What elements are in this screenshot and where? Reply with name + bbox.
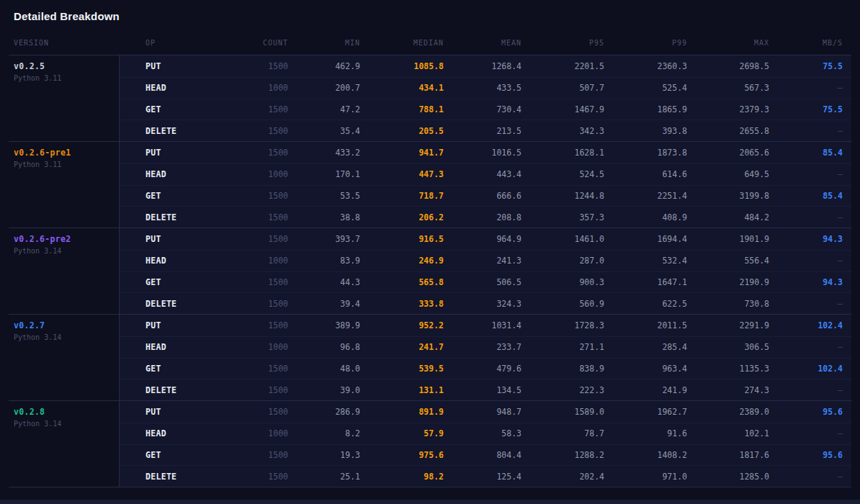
p99-cell: 285.4 bbox=[613, 342, 696, 352]
mean-cell: 125.4 bbox=[452, 472, 530, 482]
min-cell: 8.2 bbox=[297, 428, 369, 438]
min-cell: 53.5 bbox=[297, 191, 369, 201]
count-cell: 1500 bbox=[228, 191, 297, 201]
count-cell: 1500 bbox=[228, 61, 297, 71]
count-cell: 1000 bbox=[228, 169, 297, 179]
op-cell: PUT bbox=[120, 320, 228, 330]
mean-cell: 964.9 bbox=[452, 234, 530, 244]
count-cell: 1500 bbox=[228, 320, 297, 330]
table-row: PUT 1500 433.2 941.7 1016.5 1628.1 1873.… bbox=[120, 142, 851, 163]
mean-cell: 479.6 bbox=[452, 364, 530, 374]
median-cell: 131.1 bbox=[369, 385, 452, 395]
table-row: GET 1500 48.0 539.5 479.6 838.9 963.4 11… bbox=[120, 358, 851, 379]
p95-cell: 900.3 bbox=[530, 277, 613, 287]
op-cell: GET bbox=[120, 191, 228, 201]
mbs-cell: – bbox=[778, 385, 851, 395]
op-cell: DELETE bbox=[120, 212, 228, 222]
mbs-cell: 94.3 bbox=[778, 234, 851, 244]
table-row: PUT 1500 286.9 891.9 948.7 1589.0 1962.7… bbox=[120, 401, 851, 423]
p95-cell: 1288.2 bbox=[530, 450, 613, 460]
p95-cell: 287.0 bbox=[530, 256, 613, 266]
count-cell: 1500 bbox=[228, 385, 297, 395]
mbs-cell: – bbox=[778, 428, 851, 438]
version-cell: v0.2.6-pre2 Python 3.14 bbox=[9, 228, 120, 314]
table-row: DELETE 1500 25.1 98.2 125.4 202.4 971.0 … bbox=[120, 465, 851, 487]
p95-cell: 271.1 bbox=[530, 342, 613, 352]
column-header-min: MIN bbox=[297, 39, 369, 47]
median-cell: 57.9 bbox=[369, 428, 452, 438]
mbs-cell: – bbox=[778, 169, 851, 179]
p99-cell: 1647.1 bbox=[613, 277, 696, 287]
median-cell: 205.5 bbox=[369, 126, 452, 136]
min-cell: 35.4 bbox=[297, 126, 369, 136]
min-cell: 462.9 bbox=[297, 61, 369, 71]
max-cell: 649.5 bbox=[696, 169, 778, 179]
count-cell: 1000 bbox=[228, 83, 297, 93]
mean-cell: 241.3 bbox=[452, 256, 530, 266]
max-cell: 2379.3 bbox=[696, 104, 778, 114]
version-label: v0.2.7 bbox=[14, 320, 119, 331]
table-row: HEAD 1000 170.1 447.3 443.4 524.5 614.6 … bbox=[120, 163, 851, 185]
column-header-mean: MEAN bbox=[452, 39, 530, 47]
column-header-op: OP bbox=[120, 39, 228, 47]
mbs-cell: – bbox=[778, 299, 851, 309]
table-body: v0.2.5 Python 3.11 PUT 1500 462.9 1085.8… bbox=[9, 55, 851, 487]
mean-cell: 730.4 bbox=[452, 104, 530, 114]
table-row: GET 1500 44.3 565.8 506.5 900.3 1647.1 2… bbox=[120, 271, 851, 293]
mbs-cell: – bbox=[778, 126, 851, 136]
op-cell: HEAD bbox=[120, 342, 228, 352]
count-cell: 1500 bbox=[228, 104, 297, 114]
mean-cell: 324.3 bbox=[452, 299, 530, 309]
min-cell: 39.0 bbox=[297, 385, 369, 395]
median-cell: 718.7 bbox=[369, 191, 452, 201]
version-group: v0.2.8 Python 3.14 PUT 1500 286.9 891.9 … bbox=[9, 400, 851, 487]
max-cell: 2065.6 bbox=[696, 148, 778, 158]
p95-cell: 1461.0 bbox=[530, 234, 613, 244]
p99-cell: 1694.4 bbox=[613, 234, 696, 244]
mean-cell: 208.8 bbox=[452, 212, 530, 222]
min-cell: 83.9 bbox=[297, 256, 369, 266]
max-cell: 2655.8 bbox=[696, 126, 778, 136]
table-header-row: VERSION OP COUNT MIN MEDIAN MEAN P95 P99… bbox=[9, 24, 851, 55]
table-row: DELETE 1500 39.4 333.8 324.3 560.9 622.5… bbox=[120, 292, 851, 314]
mbs-cell: 102.4 bbox=[778, 364, 851, 374]
median-cell: 333.8 bbox=[369, 299, 452, 309]
version-label: v0.2.5 bbox=[14, 61, 119, 72]
p95-cell: 507.7 bbox=[530, 83, 613, 93]
detailed-breakdown-panel: Detailed Breakdown VERSION OP COUNT MIN … bbox=[0, 0, 860, 487]
p99-cell: 2360.3 bbox=[613, 61, 696, 71]
max-cell: 556.4 bbox=[696, 256, 778, 266]
p99-cell: 963.4 bbox=[613, 364, 696, 374]
mean-cell: 1268.4 bbox=[452, 61, 530, 71]
table-row: HEAD 1000 8.2 57.9 58.3 78.7 91.6 102.1 … bbox=[120, 423, 851, 444]
op-cell: GET bbox=[120, 104, 228, 114]
p99-cell: 408.9 bbox=[613, 212, 696, 222]
mbs-cell: 75.5 bbox=[778, 104, 851, 114]
mean-cell: 948.7 bbox=[452, 407, 530, 417]
count-cell: 1500 bbox=[228, 277, 297, 287]
version-group: v0.2.5 Python 3.11 PUT 1500 462.9 1085.8… bbox=[9, 55, 851, 141]
min-cell: 286.9 bbox=[297, 407, 369, 417]
breakdown-table: VERSION OP COUNT MIN MEDIAN MEAN P95 P99… bbox=[9, 24, 851, 487]
p95-cell: 838.9 bbox=[530, 364, 613, 374]
p95-cell: 78.7 bbox=[530, 428, 613, 438]
mean-cell: 1016.5 bbox=[452, 148, 530, 158]
table-row: DELETE 1500 39.0 131.1 134.5 222.3 241.9… bbox=[120, 379, 851, 400]
min-cell: 19.3 bbox=[297, 450, 369, 460]
p95-cell: 1728.3 bbox=[530, 320, 613, 330]
version-group: v0.2.7 Python 3.14 PUT 1500 389.9 952.2 … bbox=[9, 314, 851, 400]
max-cell: 730.8 bbox=[696, 299, 778, 309]
mbs-cell: 85.4 bbox=[778, 191, 851, 201]
count-cell: 1500 bbox=[228, 450, 297, 460]
median-cell: 241.7 bbox=[369, 342, 452, 352]
mean-cell: 443.4 bbox=[452, 169, 530, 179]
min-cell: 96.8 bbox=[297, 342, 369, 352]
count-cell: 1500 bbox=[228, 126, 297, 136]
p95-cell: 357.3 bbox=[530, 212, 613, 222]
min-cell: 38.8 bbox=[297, 212, 369, 222]
column-header-version: VERSION bbox=[9, 39, 120, 47]
version-group: v0.2.6-pre2 Python 3.14 PUT 1500 393.7 9… bbox=[9, 228, 851, 314]
runtime-label: Python 3.14 bbox=[14, 333, 119, 341]
median-cell: 434.1 bbox=[369, 83, 452, 93]
version-label: v0.2.6-pre2 bbox=[14, 234, 119, 245]
